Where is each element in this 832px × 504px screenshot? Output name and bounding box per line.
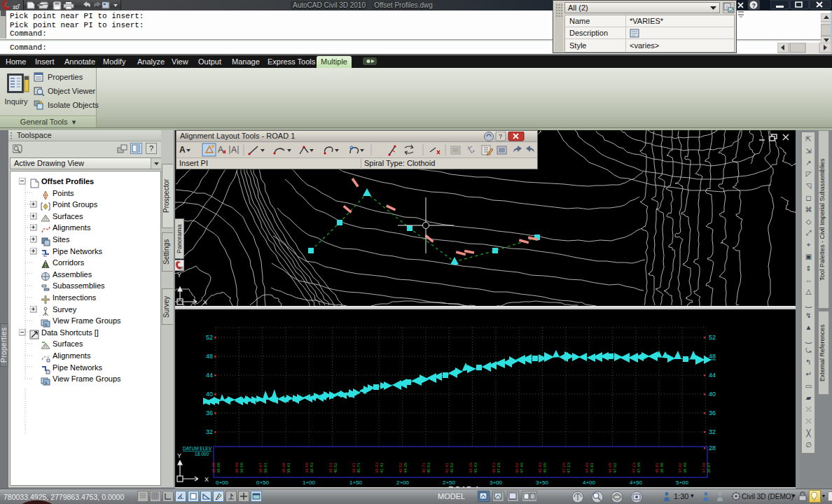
svg-text:47.49: 47.49 (702, 462, 706, 473)
svg-text:4+00: 4+00 (583, 479, 596, 486)
svg-text:0+50: 0+50 (256, 479, 270, 486)
svg-text:S: S (45, 381, 48, 385)
svg-text:46.65: 46.65 (608, 462, 612, 473)
svg-text:45.91: 45.91 (655, 462, 659, 473)
svg-text:40.71: 40.71 (422, 462, 426, 473)
svg-text:40: 40 (206, 391, 213, 398)
svg-text:52: 52 (709, 334, 716, 341)
svg-text:39.43: 39.43 (375, 462, 379, 473)
svg-text:A: A (179, 145, 186, 155)
svg-text:32: 32 (206, 428, 213, 435)
svg-text:41.41: 41.41 (380, 462, 384, 473)
svg-text:18.000: 18.000 (195, 451, 209, 456)
svg-text:S: S (45, 323, 48, 327)
svg-text:?: ? (499, 133, 502, 140)
svg-text:47.62: 47.62 (613, 462, 617, 473)
svg-text:47.49: 47.49 (637, 462, 641, 473)
svg-text:44.35: 44.35 (403, 462, 408, 473)
svg-text:46.65: 46.65 (543, 462, 547, 473)
svg-text:40: 40 (709, 391, 716, 398)
svg-text:32: 32 (709, 428, 716, 435)
svg-text:0+00: 0+00 (216, 479, 229, 486)
svg-text:45.53: 45.53 (427, 462, 431, 473)
svg-text:3+00: 3+00 (490, 479, 503, 486)
svg-text:2+00: 2+00 (396, 479, 410, 486)
svg-text:40.71: 40.71 (356, 462, 361, 473)
svg-text:41.41: 41.41 (445, 462, 449, 473)
svg-text:39.61: 39.61 (328, 462, 333, 473)
svg-text:46.43: 46.43 (538, 462, 542, 473)
svg-text:38.48: 38.48 (212, 462, 216, 473)
svg-text:Y: Y (177, 452, 181, 459)
svg-text:38.48: 38.48 (660, 462, 664, 473)
svg-text:39.41: 39.41 (286, 462, 291, 473)
svg-text:47.23: 47.23 (632, 462, 636, 473)
svg-text:47.23: 47.23 (567, 462, 571, 473)
svg-text:48: 48 (206, 353, 213, 360)
svg-text:3D: 3D (13, 5, 19, 10)
svg-text:40.52: 40.52 (398, 462, 403, 473)
svg-text:48: 48 (709, 353, 716, 360)
svg-text:5+00: 5+00 (676, 479, 689, 486)
svg-text:46.43: 46.43 (473, 462, 478, 473)
svg-text:28: 28 (709, 444, 716, 451)
svg-text:DATUM ELEV: DATUM ELEV (183, 446, 212, 451)
svg-text:36: 36 (206, 410, 213, 416)
svg-text:39.43: 39.43 (310, 462, 314, 473)
svg-text:47.26: 47.26 (497, 462, 501, 473)
svg-text:1+00: 1+00 (303, 479, 316, 486)
svg-text:Y: Y (177, 272, 181, 279)
svg-text:4+50: 4+50 (630, 479, 643, 486)
svg-text:39.61: 39.61 (263, 462, 268, 473)
svg-text:X: X (203, 299, 207, 306)
svg-text:38.49: 38.49 (235, 462, 239, 473)
svg-text:3D: 3D (179, 266, 183, 270)
svg-text:39.41: 39.41 (352, 462, 356, 473)
svg-text:38.98: 38.98 (216, 462, 221, 473)
svg-text:A: A (231, 145, 237, 155)
svg-text:45.91: 45.91 (590, 462, 594, 473)
svg-text:46.52: 46.52 (450, 462, 454, 473)
svg-text:38.98: 38.98 (282, 462, 286, 473)
svg-text:39.58: 39.58 (240, 462, 244, 473)
svg-text:?: ? (752, 2, 756, 9)
svg-text:1+50: 1+50 (349, 479, 363, 486)
svg-text:47.62: 47.62 (678, 462, 682, 473)
svg-text:47.46: 47.46 (520, 462, 524, 473)
svg-text:52: 52 (206, 334, 213, 341)
svg-text:3+50: 3+50 (536, 479, 549, 486)
svg-text:40.52: 40.52 (333, 462, 338, 473)
svg-text:44: 44 (206, 372, 213, 379)
svg-text:44.35: 44.35 (469, 462, 473, 473)
svg-text:47.46: 47.46 (585, 462, 589, 473)
svg-text:38.97: 38.97 (707, 462, 711, 473)
svg-text:38.97: 38.97 (258, 462, 263, 473)
svg-text:46.52: 46.52 (515, 462, 519, 473)
svg-text:45.53: 45.53 (492, 462, 496, 473)
svg-text:36: 36 (709, 410, 716, 416)
svg-text:47.26: 47.26 (562, 462, 566, 473)
svg-text:39.58: 39.58 (305, 462, 309, 473)
svg-text:X: X (204, 476, 209, 483)
svg-text:A: A (218, 145, 223, 155)
svg-text:38.49: 38.49 (683, 462, 687, 473)
svg-text:44: 44 (709, 372, 716, 379)
